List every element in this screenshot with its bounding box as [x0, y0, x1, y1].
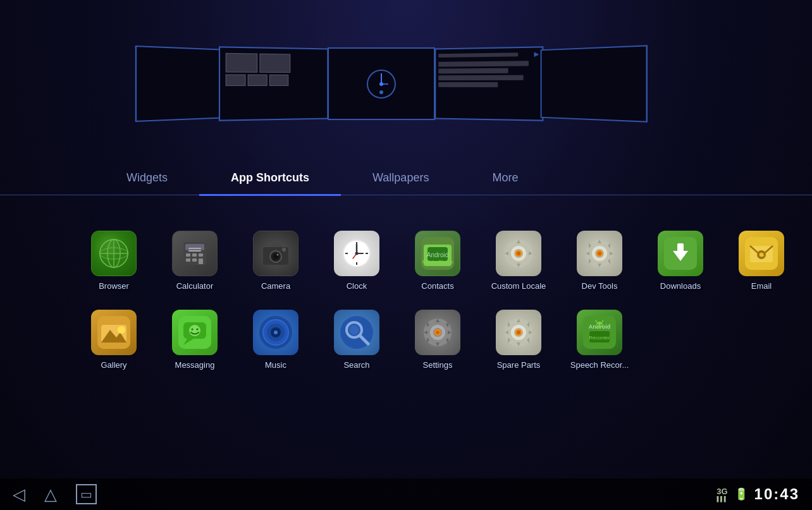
app-label-camera: Camera [261, 281, 290, 291]
screen-panel-1[interactable] [135, 46, 224, 122]
svg-point-62 [118, 326, 125, 334]
app-icon-clock [334, 231, 379, 276]
svg-point-26 [282, 248, 286, 252]
app-item-search[interactable]: Search [319, 303, 395, 376]
signal-bars: ▌▌▌ [717, 496, 727, 502]
app-icon-custom-locale [496, 231, 541, 276]
app-item-messaging[interactable]: Messaging [157, 303, 233, 376]
apps-grid: Browser Calculator [76, 224, 812, 376]
app-icon-gallery [91, 310, 137, 355]
app-icon-dev-tools [577, 231, 622, 276]
svg-point-46 [517, 252, 520, 255]
app-icon-email [739, 231, 784, 276]
clock-display: 10:43 [754, 485, 799, 503]
apps-section: Browser Calculator [76, 224, 812, 376]
tab-widgets[interactable]: Widgets [95, 161, 199, 195]
app-label-clock: Clock [347, 281, 367, 291]
svg-point-10 [100, 240, 128, 267]
svg-point-83 [436, 331, 440, 334]
app-item-camera[interactable]: Camera [238, 224, 314, 297]
svg-point-51 [598, 252, 601, 255]
app-item-speech-recorder[interactable]: Android Recorder Speech Recor... [562, 303, 637, 376]
nav-buttons: ◁ △ ▭ [13, 484, 97, 504]
svg-rect-19 [188, 248, 201, 249]
app-label-gallery: Gallery [101, 360, 126, 370]
svg-rect-12 [185, 244, 204, 250]
svg-point-73 [274, 331, 278, 334]
tab-app-shortcuts[interactable]: App Shortcuts [199, 161, 341, 195]
battery-icon: 🔋 [734, 487, 748, 501]
network-signal: 3G ▌▌▌ [717, 487, 727, 502]
nav-recent-button[interactable]: ▭ [76, 484, 97, 504]
svg-rect-16 [186, 258, 190, 262]
svg-point-4 [379, 90, 383, 94]
svg-point-97 [601, 324, 602, 325]
svg-text:Android: Android [427, 252, 448, 258]
tab-more[interactable]: More [460, 161, 550, 195]
app-item-custom-locale[interactable]: Custom Locale [481, 224, 557, 297]
app-item-downloads[interactable]: Downloads [643, 224, 718, 297]
screen-panel-3[interactable] [328, 47, 435, 120]
screen-panel-2[interactable] [219, 46, 328, 121]
svg-point-25 [277, 254, 279, 256]
app-label-dev-tools: Dev Tools [582, 281, 618, 291]
app-label-music: Music [265, 360, 286, 370]
tabs-section: Widgets App Shortcuts Wallpapers More [0, 161, 812, 195]
app-icon-music [253, 310, 298, 355]
app-label-calculator: Calculator [176, 281, 214, 291]
svg-rect-15 [199, 253, 203, 257]
app-icon-contacts: Android Mobile Phone [415, 231, 460, 276]
app-item-spare-parts[interactable]: Spare Parts [481, 303, 557, 376]
app-label-search: Search [343, 360, 369, 370]
svg-text:Mobile Phone: Mobile Phone [422, 259, 453, 265]
svg-point-36 [355, 252, 359, 255]
svg-rect-18 [199, 258, 203, 264]
svg-rect-20 [188, 250, 201, 252]
app-icon-settings [415, 310, 460, 355]
app-label-downloads: Downloads [660, 281, 701, 291]
svg-point-66 [192, 329, 194, 331]
app-item-email[interactable]: Email [723, 224, 799, 297]
app-item-gallery[interactable]: Gallery [76, 303, 152, 376]
app-item-settings[interactable]: Settings [400, 303, 476, 376]
app-item-dev-tools[interactable]: Dev Tools [562, 224, 637, 297]
svg-rect-13 [186, 253, 190, 257]
app-label-speech-recorder: Speech Recor... [570, 360, 629, 370]
nav-home-button[interactable]: △ [44, 485, 57, 504]
screen-panel-5[interactable] [541, 45, 648, 123]
app-item-calculator[interactable]: Calculator [157, 224, 233, 297]
screen-panel-strip: ▶ [140, 47, 672, 120]
app-icon-spare-parts [496, 310, 541, 355]
screen-panel-4[interactable]: ▶ [434, 46, 543, 121]
app-label-email: Email [751, 281, 772, 291]
app-label-messaging: Messaging [175, 360, 215, 370]
app-label-contacts: Contacts [421, 281, 453, 291]
svg-rect-17 [192, 258, 197, 262]
svg-text:Recorder: Recorder [589, 335, 610, 341]
svg-point-77 [349, 325, 359, 335]
app-icon-downloads [658, 231, 703, 276]
status-bar: ◁ △ ▭ 3G ▌▌▌ 🔋 10:43 [0, 478, 812, 510]
app-label-spare-parts: Spare Parts [497, 360, 541, 370]
app-item-clock[interactable]: Clock [319, 224, 395, 297]
tab-wallpapers[interactable]: Wallpapers [341, 161, 460, 195]
svg-point-88 [517, 331, 520, 334]
app-icon-speech-recorder: Android Recorder [577, 310, 622, 355]
app-item-contacts[interactable]: Android Mobile Phone Contacts [400, 224, 476, 297]
app-item-browser[interactable]: Browser [76, 224, 152, 297]
app-label-settings: Settings [423, 360, 453, 370]
app-item-music[interactable]: Music [238, 303, 314, 376]
app-icon-messaging [172, 310, 218, 355]
svg-point-67 [197, 329, 199, 331]
network-label: 3G [717, 487, 727, 496]
app-icon-browser [91, 231, 137, 276]
svg-point-96 [598, 324, 599, 325]
svg-rect-14 [192, 253, 197, 257]
app-icon-search [334, 310, 379, 355]
app-label-custom-locale: Custom Locale [491, 281, 546, 291]
status-right: 3G ▌▌▌ 🔋 10:43 [717, 485, 799, 503]
app-icon-camera [253, 231, 298, 276]
nav-back-button[interactable]: ◁ [13, 485, 25, 504]
app-icon-calculator [172, 231, 218, 276]
app-label-browser: Browser [99, 281, 129, 291]
